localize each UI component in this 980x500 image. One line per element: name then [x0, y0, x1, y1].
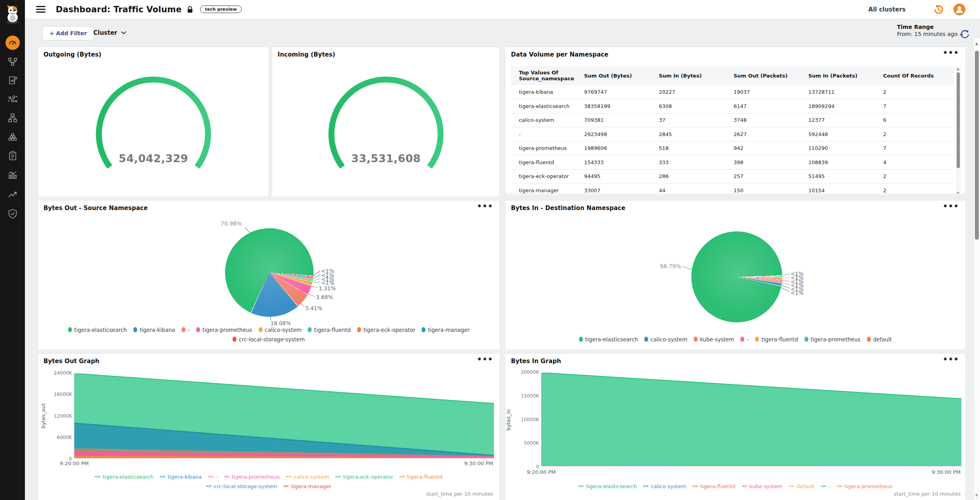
table-cell: 51495 [800, 169, 875, 184]
legend-item[interactable]: calico-system [644, 336, 687, 343]
user-avatar-icon[interactable] [953, 3, 966, 16]
panel-options-icon[interactable]: ••• [943, 48, 959, 57]
scroll-up-icon[interactable]: ▲ [957, 67, 959, 71]
legend-item[interactable]: tigera-prometheus [804, 336, 861, 343]
sidebar-item-policies[interactable] [0, 75, 25, 85]
panel-options-icon[interactable]: ••• [477, 201, 493, 211]
panel-options-icon[interactable]: ••• [943, 201, 959, 211]
panel-options-icon[interactable]: ••• [477, 354, 493, 364]
gauge-value: 54,042,329 [94, 152, 213, 165]
legend-item[interactable]: - [740, 336, 749, 343]
time-range-control[interactable]: Time Range From: 15 minutes ago [897, 24, 963, 37]
legend-item[interactable]: tigera-prometheus [196, 327, 252, 333]
table-cell: 12377 [800, 113, 875, 127]
table-cell: 3748 [726, 113, 800, 127]
sidebar-item-dashboard[interactable] [0, 36, 25, 50]
table-column-header: Sum In (Packets) [800, 66, 875, 85]
table-cell: 9769747 [576, 85, 651, 99]
panel-options-icon[interactable]: ••• [943, 354, 959, 364]
sidebar-item-statistics[interactable] [0, 170, 25, 180]
y-axis-tick: 5000K [524, 440, 539, 446]
legend-item[interactable]: default [789, 483, 814, 489]
calico-cat-logo[interactable] [0, 4, 25, 25]
legend-item[interactable]: - [182, 327, 190, 333]
page-scrollbar-thumb[interactable] [975, 51, 979, 240]
cluster-dropdown[interactable]: Cluster [93, 29, 126, 36]
table-cell: 154333 [576, 155, 651, 170]
history-icon[interactable] [933, 4, 944, 15]
bytes-in-pie[interactable] [691, 231, 782, 322]
sidebar-item-security[interactable] [0, 208, 25, 219]
sidebar-item-clusters[interactable] [0, 132, 25, 142]
legend-label: tigera-prometheus [202, 327, 252, 333]
bytes-out-pie[interactable] [225, 228, 314, 317]
menu-icon[interactable] [36, 4, 45, 14]
y-axis-tick: 24000K [54, 370, 72, 376]
legend-series-icon [95, 475, 100, 478]
legend-item[interactable]: crc-local-storage-system [206, 483, 277, 489]
legend-item[interactable]: tigera-kibana [160, 474, 202, 480]
table-cell: 18909294 [800, 99, 875, 114]
sidebar-item-trends[interactable] [0, 189, 25, 200]
table-cell: 6308 [651, 99, 726, 114]
sidebar-item-flow-visualizations[interactable] [0, 113, 25, 123]
legend-item[interactable]: crc-local-storage-system [233, 336, 305, 343]
legend-label: tigera-fluentd [761, 336, 798, 343]
page-scrollbar[interactable]: ▲ ▼ [973, 38, 980, 500]
panel-bytes-out-pie: Bytes Out - Source Namespace ••• 70.98% … [38, 200, 500, 350]
refresh-icon[interactable] [959, 29, 970, 39]
table-cell: 709381 [576, 113, 651, 127]
x-axis-tick: 9:30:00 PM [932, 469, 961, 475]
legend-label: tigera-prometheus [232, 474, 280, 480]
sidebar-item-compliance[interactable] [0, 151, 25, 161]
graph-legend-row: tigera-elasticsearchcalico-systemtigera-… [505, 481, 965, 489]
scroll-up-icon[interactable]: ▲ [975, 42, 978, 45]
table-cell: 1989606 [576, 141, 651, 155]
legend-item[interactable]: tigera-eck-operator [335, 474, 393, 480]
area-series-tigera-elasticsearch [541, 373, 961, 466]
table-column-header: Sum Out (Bytes) [576, 66, 651, 85]
flow-visualizations-icon [8, 113, 18, 123]
legend-label: tigera-fluentd [314, 327, 350, 333]
legend-item[interactable]: tigera-kibana [133, 327, 175, 333]
legend-item[interactable]: calico-system [286, 474, 329, 480]
legend-item[interactable]: tigera-elasticsearch [578, 483, 637, 489]
legend-dot-icon [867, 337, 871, 342]
scroll-down-icon[interactable]: ▼ [975, 494, 978, 497]
legend-item[interactable]: tigera-prometheus [837, 483, 893, 489]
legend-item[interactable]: default [867, 336, 892, 343]
bytes-in-area-chart[interactable] [541, 373, 961, 466]
sidebar-item-network[interactable] [0, 57, 25, 67]
add-filter-button[interactable]: + Add Filter [42, 26, 94, 40]
legend-item[interactable]: tigera-prometheus [224, 474, 280, 480]
legend-item[interactable]: - [208, 474, 218, 480]
table-cell: tigera-eck-operator [511, 169, 576, 184]
legend-item[interactable]: tigera-fluentd [692, 483, 735, 489]
legend-item[interactable]: tigera-fluentd [399, 474, 442, 480]
legend-item[interactable]: calico-system [259, 327, 302, 333]
legend-item[interactable]: tigera-fluentd [755, 336, 798, 343]
all-clusters-selector[interactable]: All clusters [868, 6, 906, 13]
graph-legend-row: crc-local-storage-systemtigera-manager [38, 481, 499, 489]
legend-item[interactable]: kube-system [694, 336, 734, 343]
legend-item[interactable]: tigera-elasticsearch [68, 327, 127, 333]
legend-item[interactable]: tigera-manager [284, 483, 331, 489]
legend-item[interactable]: tigera-eck-operator [357, 327, 415, 333]
table-horizontal-scrollbar[interactable] [505, 193, 966, 197]
network-topology-icon [8, 57, 18, 67]
legend-item[interactable]: - [821, 483, 831, 489]
legend-series-icon [821, 485, 827, 487]
table-scrollbar-thumb[interactable] [957, 72, 960, 168]
bytes-out-area-chart[interactable] [74, 373, 494, 458]
legend-item[interactable]: tigera-manager [422, 327, 469, 333]
table-scrollbar[interactable]: ▲ ▼ [956, 66, 961, 197]
security-shield-icon [8, 208, 18, 219]
legend-item[interactable]: kube-system [742, 483, 783, 489]
table-cell: 398 [726, 155, 800, 170]
legend-item[interactable]: tigera-elasticsearch [579, 336, 638, 343]
time-range-value: From: 15 minutes ago [897, 31, 963, 37]
sidebar-item-service-graph[interactable] [0, 94, 25, 104]
legend-item[interactable]: tigera-fluentd [308, 327, 350, 333]
legend-item[interactable]: calico-system [643, 483, 686, 489]
legend-item[interactable]: tigera-elasticsearch [95, 474, 153, 480]
